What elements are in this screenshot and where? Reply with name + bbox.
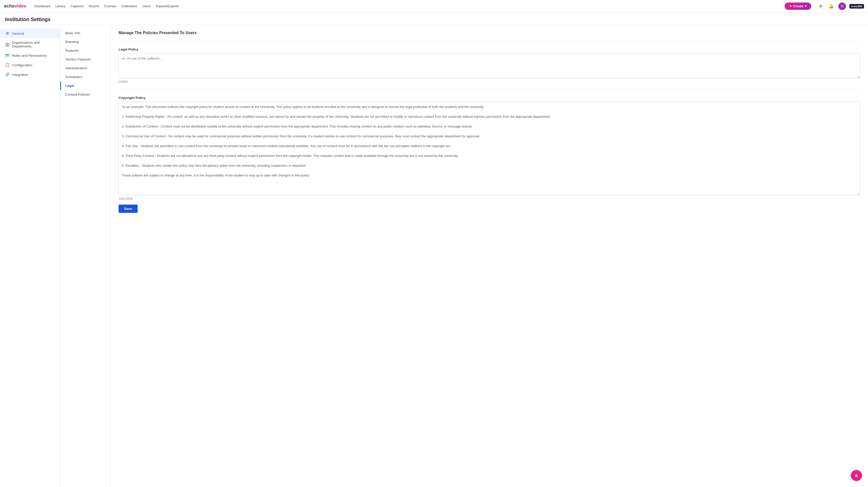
create-button[interactable]: ✦ Create ▾	[785, 2, 811, 10]
sidebar-label-roles: Roles and Permissions	[12, 54, 47, 58]
notifications-icon[interactable]: 🔔	[828, 3, 835, 10]
logo[interactable]: echovideo	[4, 3, 26, 9]
middle-nav-section-features[interactable]: Section Features	[60, 55, 110, 64]
sidebar-item-organizations[interactable]: 🏢 Organizations and Departments	[0, 38, 60, 51]
page-title: Institution Settings	[0, 12, 868, 25]
integration-icon: 🔗	[5, 72, 9, 77]
echovideo-badge: echo360	[849, 4, 864, 8]
middle-nav-branding[interactable]: Branding	[60, 37, 110, 46]
middle-nav-content-policies[interactable]: Content Policies	[60, 90, 110, 99]
copyright-policy-section: Copyright Policy 1802/3600	[119, 96, 860, 201]
main-heading: Manage The Policies Presented To Users	[119, 31, 860, 35]
legal-policy-char-count: 0/3600	[119, 80, 860, 84]
sidebar-item-roles[interactable]: 🪪 Roles and Permissions	[0, 51, 60, 60]
create-label: Create	[794, 4, 803, 8]
legal-policy-section: Legal Policy 0/3600	[119, 47, 860, 84]
floating-avatar-letter: e	[855, 473, 858, 478]
copyright-policy-label: Copyright Policy	[119, 96, 860, 100]
legal-policy-textarea[interactable]	[119, 53, 860, 78]
copyright-policy-textarea[interactable]	[119, 102, 860, 195]
nav-dashboard[interactable]: Dashboard	[34, 4, 51, 8]
nav-courses[interactable]: Courses	[104, 4, 116, 8]
middle-nav-features[interactable]: Features	[60, 46, 110, 55]
sidebar-item-integration[interactable]: 🔗 Integration	[0, 70, 60, 79]
sidebar-label-general: General	[12, 32, 24, 35]
general-icon: ⚙	[5, 31, 9, 36]
middle-nav-administrators[interactable]: Administrators	[60, 64, 110, 72]
middle-nav-basic-info[interactable]: Basic Info	[60, 29, 110, 37]
middle-nav-legal[interactable]: Legal	[60, 81, 110, 90]
nav-collections[interactable]: Collections	[121, 4, 137, 8]
main-content: Manage The Policies Presented To Users L…	[111, 25, 868, 487]
page-container: Institution Settings ⚙ General 🏢 Organiz…	[0, 12, 868, 487]
nav-library[interactable]: Library	[56, 4, 66, 8]
sidebar-label-integration: Integration	[12, 73, 28, 76]
save-button[interactable]: Save	[119, 204, 137, 213]
legal-policy-label: Legal Policy	[119, 47, 860, 51]
organizations-icon: 🏢	[5, 42, 9, 47]
left-sidebar: ⚙ General 🏢 Organizations and Department…	[0, 25, 60, 487]
divider-top	[119, 41, 860, 41]
middle-navigation: Basic Info Branding Features Section Fea…	[60, 25, 111, 487]
sidebar-item-configuration[interactable]: 📋 Configuration	[0, 60, 60, 70]
nav-users[interactable]: Users	[142, 4, 151, 8]
settings-icon[interactable]: ⚙	[817, 3, 824, 10]
sidebar-label-configuration: Configuration	[12, 63, 32, 67]
nav-right: ⚙ 🔔 U echo360	[817, 2, 864, 10]
content-area: ⚙ General 🏢 Organizations and Department…	[0, 25, 868, 487]
logo-video: video	[14, 3, 26, 8]
nav-rooms[interactable]: Rooms	[89, 4, 99, 8]
floating-avatar[interactable]: e	[851, 470, 862, 481]
nav-captures[interactable]: Captures	[70, 4, 84, 8]
nav-imports-exports[interactable]: Imports/Exports	[156, 4, 179, 8]
sidebar-item-general[interactable]: ⚙ General	[0, 29, 60, 38]
user-avatar[interactable]: U	[838, 2, 846, 10]
logo-echo: echo	[4, 3, 14, 8]
copyright-policy-char-count: 1802/3600	[119, 197, 860, 201]
middle-nav-schedulers[interactable]: Schedulers	[60, 72, 110, 81]
top-navigation: echovideo Dashboard Library Captures Roo…	[0, 0, 868, 12]
roles-icon: 🪪	[5, 53, 9, 58]
create-icon: ✦	[789, 4, 792, 8]
configuration-icon: 📋	[5, 63, 9, 67]
nav-links: Dashboard Library Captures Rooms Courses…	[34, 4, 778, 8]
divider-middle	[119, 90, 860, 90]
sidebar-label-organizations: Organizations and Departments	[12, 41, 55, 48]
create-chevron-icon: ▾	[805, 4, 807, 8]
